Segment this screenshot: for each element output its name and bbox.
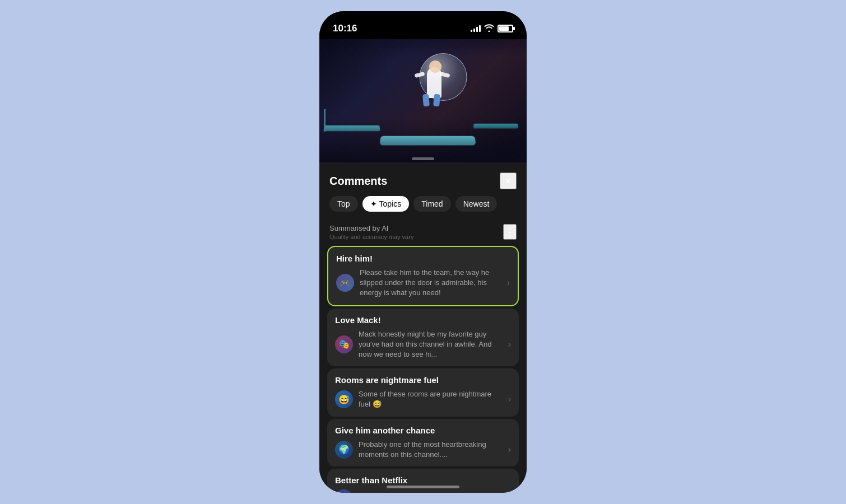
comment-love-mack-body: 🎭 Mack honestly might be my favorite guy… [335,329,511,360]
comment-another-chance-text: Probably one of the most heartbreaking m… [359,440,503,460]
tab-topics[interactable]: ✦ Topics [362,196,410,212]
comment-another-chance-title: Give him another chance [335,426,511,435]
ai-summary-sublabel: Quality and accuracy may vary [329,234,413,240]
comment-nightmare-fuel-text: Some of these rooms are pure nightmare f… [359,389,503,409]
comment-better-netflix-title: Better than Netflix [335,475,511,485]
comment-nightmare-fuel[interactable]: Rooms are nightmare fuel 😅 Some of these… [327,368,519,416]
comments-title: Comments [329,175,387,188]
home-indicator [387,486,459,488]
battery-icon [498,25,513,32]
tab-timed[interactable]: Timed [413,196,450,212]
comment-nightmare-fuel-title: Rooms are nightmare fuel [335,375,511,385]
status-time: 10:16 [333,23,357,34]
comment-another-chance-avatar: 🌍 [335,441,353,459]
status-bar: 10:16 [319,11,527,39]
comment-better-netflix-body: 🌐 This is better than any show on Netfli… [335,489,511,493]
ai-summary-label: Summarised by AI [329,224,413,232]
phone-frame: 10:16 [319,11,527,493]
comment-another-chance-chevron: › [508,445,511,455]
comment-nightmare-fuel-avatar: 😅 [335,390,353,408]
signal-icon [471,25,481,32]
more-options-button[interactable]: ⋮ [503,224,517,240]
comment-hire-him-chevron: › [507,278,510,288]
comment-love-mack-avatar: 🎭 [335,335,353,353]
close-button[interactable]: × [500,172,517,189]
comment-better-netflix-avatar: 🌐 [335,489,353,493]
video-scene [319,39,527,162]
comments-panel: Comments × Top ✦ Topics Timed Newest Sum… [319,162,527,493]
comment-love-mack-text: Mack honestly might be my favorite guy y… [359,329,503,360]
comment-love-mack-title: Love Mack! [335,315,511,325]
comment-another-chance-body: 🌍 Probably one of the most heartbreaking… [335,440,511,460]
topics-star-icon: ✦ [370,199,377,208]
comment-hire-him-title: Hire him! [336,254,510,263]
comment-nightmare-fuel-body: 😅 Some of these rooms are pure nightmare… [335,389,511,409]
comment-nightmare-fuel-chevron: › [508,394,511,404]
video-preview[interactable] [319,39,527,162]
comment-love-mack-chevron: › [508,339,511,349]
filter-tabs: Top ✦ Topics Timed Newest [319,196,527,220]
wifi-icon [484,24,494,34]
ai-summary-header: Summarised by AI Quality and accuracy ma… [319,220,527,244]
comment-hire-him-avatar: 🎮 [336,274,354,292]
comment-another-chance[interactable]: Give him another chance 🌍 Probably one o… [327,419,519,466]
comment-better-netflix[interactable]: Better than Netflix 🌐 This is better tha… [327,469,519,493]
tab-top[interactable]: Top [329,196,358,212]
tab-newest[interactable]: Newest [455,196,498,212]
status-icons [471,24,513,34]
comment-hire-him-text: Please take him to the team, the way he … [360,268,501,298]
comment-hire-him-body: 🎮 Please take him to the team, the way h… [336,268,510,298]
scroll-indicator [412,157,434,160]
comment-hire-him[interactable]: Hire him! 🎮 Please take him to the team,… [327,246,519,306]
comment-love-mack[interactable]: Love Mack! 🎭 Mack honestly might be my f… [327,309,519,367]
comments-header: Comments × [319,162,527,196]
